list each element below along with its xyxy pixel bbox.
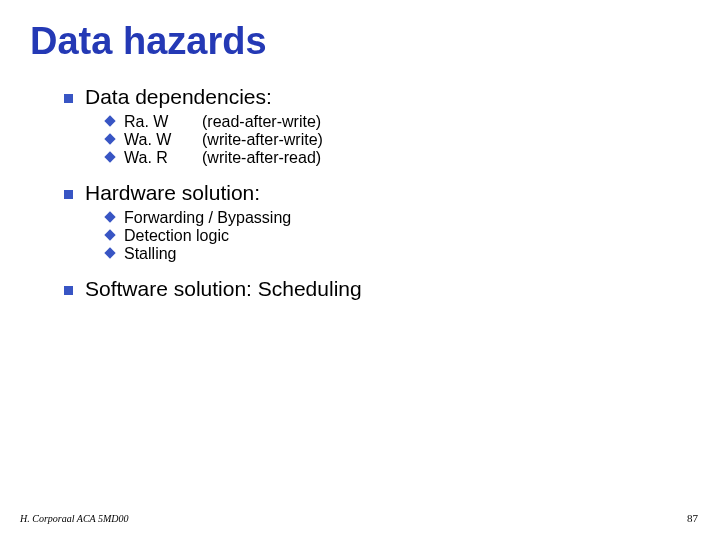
section-header-row: Hardware solution:	[64, 181, 690, 205]
section-hardware: Hardware solution: Forwarding / Bypassin…	[64, 181, 690, 263]
dep-code: Ra. W	[124, 113, 202, 131]
diamond-bullet-icon	[104, 133, 115, 144]
list-item: Wa. W (write-after-write)	[106, 131, 690, 149]
square-bullet-icon	[64, 94, 73, 103]
diamond-bullet-icon	[104, 151, 115, 162]
sub-item-text: Stalling	[124, 245, 176, 263]
dep-row: Ra. W (read-after-write)	[124, 113, 321, 131]
footer-text: H. Corporaal ACA 5MD00	[20, 513, 129, 524]
dep-desc: (write-after-read)	[202, 149, 321, 167]
dep-row: Wa. R (write-after-read)	[124, 149, 321, 167]
square-bullet-icon	[64, 190, 73, 199]
section-label: Software solution: Scheduling	[85, 277, 362, 301]
diamond-bullet-icon	[104, 115, 115, 126]
section-data-deps: Data dependencies: Ra. W (read-after-wri…	[64, 85, 690, 167]
section-label: Data dependencies:	[85, 85, 272, 109]
section-software: Software solution: Scheduling	[64, 277, 690, 301]
diamond-bullet-icon	[104, 247, 115, 258]
diamond-bullet-icon	[104, 229, 115, 240]
sub-item-text: Forwarding / Bypassing	[124, 209, 291, 227]
list-item: Ra. W (read-after-write)	[106, 113, 690, 131]
dep-row: Wa. W (write-after-write)	[124, 131, 323, 149]
dep-code: Wa. W	[124, 131, 202, 149]
list-item: Wa. R (write-after-read)	[106, 149, 690, 167]
page-number: 87	[687, 512, 698, 524]
square-bullet-icon	[64, 286, 73, 295]
section-header-row: Software solution: Scheduling	[64, 277, 690, 301]
bullet-list: Data dependencies: Ra. W (read-after-wri…	[64, 85, 690, 301]
slide: Data hazards Data dependencies: Ra. W (r…	[0, 0, 720, 540]
section-label: Hardware solution:	[85, 181, 260, 205]
dep-code: Wa. R	[124, 149, 202, 167]
sub-item-text: Detection logic	[124, 227, 229, 245]
list-item: Stalling	[106, 245, 690, 263]
list-item: Forwarding / Bypassing	[106, 209, 690, 227]
section-header-row: Data dependencies:	[64, 85, 690, 109]
sub-list: Ra. W (read-after-write) Wa. W (write-af…	[106, 113, 690, 167]
sub-list: Forwarding / Bypassing Detection logic S…	[106, 209, 690, 263]
dep-desc: (read-after-write)	[202, 113, 321, 131]
diamond-bullet-icon	[104, 211, 115, 222]
list-item: Detection logic	[106, 227, 690, 245]
slide-title: Data hazards	[30, 20, 690, 63]
dep-desc: (write-after-write)	[202, 131, 323, 149]
